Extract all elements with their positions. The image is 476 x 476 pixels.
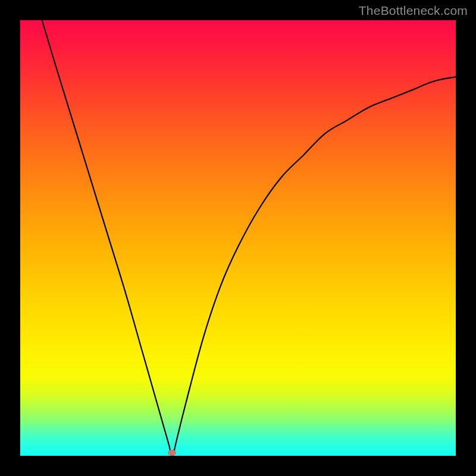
watermark-text: TheBottleneck.com (359, 4, 468, 18)
chart-frame: TheBottleneck.com (0, 0, 476, 476)
curve-svg (20, 20, 456, 456)
plot-area (20, 20, 456, 456)
bottleneck-curve (42, 20, 456, 456)
minimum-marker (168, 450, 176, 456)
